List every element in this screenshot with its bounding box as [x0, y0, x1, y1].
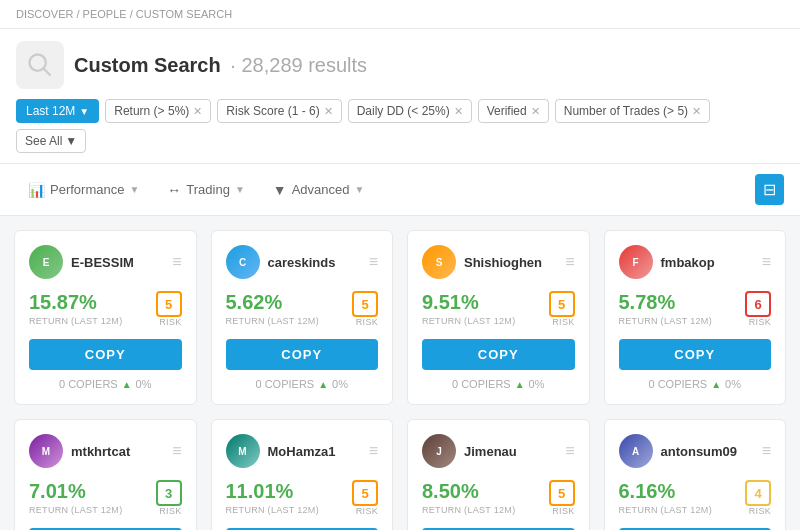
- copiers-up-icon: ▲: [318, 379, 328, 390]
- page-title: Custom Search: [74, 54, 221, 76]
- copiers-count: 0 COPIERS ▲ 0%: [422, 378, 575, 390]
- toolbar-tabs: 📊 Performance ▼ ↔ Trading ▼ ▼ Advanced ▼: [16, 176, 376, 204]
- last-12m-label: Last 12M: [26, 104, 75, 118]
- risk-box: 5: [156, 291, 182, 317]
- last-12m-filter[interactable]: Last 12M ▼: [16, 99, 99, 123]
- avatar: E: [29, 245, 63, 279]
- menu-dots-icon[interactable]: ≡: [369, 442, 378, 460]
- copy-button[interactable]: COPY: [422, 339, 575, 370]
- remove-verified-filter-icon[interactable]: ✕: [531, 105, 540, 118]
- tab-advanced[interactable]: ▼ Advanced ▼: [261, 176, 377, 204]
- performance-icon: 📊: [28, 182, 45, 198]
- return-value: 6.16%: [619, 480, 712, 503]
- menu-dots-icon[interactable]: ≡: [369, 253, 378, 271]
- avatar: M: [226, 434, 260, 468]
- return-label: RETURN (LAST 12M): [226, 316, 319, 326]
- menu-dots-icon[interactable]: ≡: [762, 442, 771, 460]
- menu-dots-icon[interactable]: ≡: [565, 442, 574, 460]
- return-value: 11.01%: [226, 480, 319, 503]
- trading-icon: ↔: [167, 182, 181, 198]
- avatar: S: [422, 245, 456, 279]
- trader-card: M mtkhrtcat ≡ 7.01% RETURN (LAST 12M) 3 …: [14, 419, 197, 530]
- tab-performance[interactable]: 📊 Performance ▼: [16, 176, 151, 204]
- return-label: RETURN (LAST 12M): [619, 505, 712, 515]
- menu-dots-icon[interactable]: ≡: [172, 253, 181, 271]
- menu-dots-icon[interactable]: ≡: [565, 253, 574, 271]
- remove-daily-dd-filter-icon[interactable]: ✕: [454, 105, 463, 118]
- avatar: M: [29, 434, 63, 468]
- daily-dd-filter-tag[interactable]: Daily DD (< 25%) ✕: [348, 99, 472, 123]
- risk-label: RISK: [745, 506, 771, 516]
- trader-name: fmbakop: [661, 255, 754, 270]
- trader-card: A antonsum09 ≡ 6.16% RETURN (LAST 12M) 4…: [604, 419, 787, 530]
- copiers-up-icon: ▲: [122, 379, 132, 390]
- avatar: F: [619, 245, 653, 279]
- trader-name: MoHamza1: [268, 444, 361, 459]
- return-label: RETURN (LAST 12M): [29, 316, 122, 326]
- remove-return-filter-icon[interactable]: ✕: [193, 105, 202, 118]
- return-label: RETURN (LAST 12M): [619, 316, 712, 326]
- tab-trading[interactable]: ↔ Trading ▼: [155, 176, 257, 204]
- return-label: RETURN (LAST 12M): [422, 316, 515, 326]
- remove-risk-filter-icon[interactable]: ✕: [324, 105, 333, 118]
- return-label: RETURN (LAST 12M): [29, 505, 122, 515]
- filter-bar: Last 12M ▼ Return (> 5%) ✕ Risk Score (1…: [16, 99, 784, 163]
- return-value: 8.50%: [422, 480, 515, 503]
- trader-name: antonsum09: [661, 444, 754, 459]
- see-all-button[interactable]: See All ▼: [16, 129, 86, 153]
- risk-box: 5: [549, 480, 575, 506]
- toolbar: 📊 Performance ▼ ↔ Trading ▼ ▼ Advanced ▼…: [0, 164, 800, 216]
- search-icon-box: [16, 41, 64, 89]
- trader-card: S Shishioghen ≡ 9.51% RETURN (LAST 12M) …: [407, 230, 590, 405]
- trader-card: F fmbakop ≡ 5.78% RETURN (LAST 12M) 6 RI…: [604, 230, 787, 405]
- risk-box: 3: [156, 480, 182, 506]
- copy-button[interactable]: COPY: [226, 339, 379, 370]
- avatar: J: [422, 434, 456, 468]
- trading-arrow-icon: ▼: [235, 184, 245, 195]
- breadcrumb: DISCOVER / PEOPLE / CUSTOM SEARCH: [0, 0, 800, 29]
- advanced-icon: ▼: [273, 182, 287, 198]
- trader-name: Jimenau: [464, 444, 557, 459]
- return-value: 15.87%: [29, 291, 122, 314]
- menu-dots-icon[interactable]: ≡: [762, 253, 771, 271]
- menu-dots-icon[interactable]: ≡: [172, 442, 181, 460]
- grid-icon: ⊟: [763, 181, 776, 198]
- risk-label: RISK: [549, 506, 575, 516]
- trader-card: J Jimenau ≡ 8.50% RETURN (LAST 12M) 5 RI…: [407, 419, 590, 530]
- copiers-count: 0 COPIERS ▲ 0%: [619, 378, 772, 390]
- performance-arrow-icon: ▼: [129, 184, 139, 195]
- risk-label: RISK: [352, 317, 378, 327]
- copy-button[interactable]: COPY: [29, 339, 182, 370]
- copy-button[interactable]: COPY: [619, 339, 772, 370]
- risk-label: RISK: [549, 317, 575, 327]
- avatar: A: [619, 434, 653, 468]
- svg-line-1: [44, 69, 51, 76]
- risk-label: RISK: [156, 317, 182, 327]
- return-filter-tag[interactable]: Return (> 5%) ✕: [105, 99, 211, 123]
- risk-box: 6: [745, 291, 771, 317]
- advanced-arrow-icon: ▼: [355, 184, 365, 195]
- risk-score-filter-tag[interactable]: Risk Score (1 - 6) ✕: [217, 99, 341, 123]
- trader-name: E-BESSIM: [71, 255, 164, 270]
- risk-label: RISK: [745, 317, 771, 327]
- return-value: 9.51%: [422, 291, 515, 314]
- remove-num-trades-filter-icon[interactable]: ✕: [692, 105, 701, 118]
- traders-grid: E E-BESSIM ≡ 15.87% RETURN (LAST 12M) 5 …: [0, 216, 800, 530]
- trader-name: Shishioghen: [464, 255, 557, 270]
- verified-filter-tag[interactable]: Verified ✕: [478, 99, 549, 123]
- return-label: RETURN (LAST 12M): [422, 505, 515, 515]
- trader-card: C careskinds ≡ 5.62% RETURN (LAST 12M) 5…: [211, 230, 394, 405]
- grid-view-button[interactable]: ⊟: [755, 174, 784, 205]
- return-value: 7.01%: [29, 480, 122, 503]
- num-trades-filter-tag[interactable]: Number of Trades (> 5) ✕: [555, 99, 710, 123]
- return-value: 5.78%: [619, 291, 712, 314]
- copiers-count: 0 COPIERS ▲ 0%: [226, 378, 379, 390]
- trader-card: E E-BESSIM ≡ 15.87% RETURN (LAST 12M) 5 …: [14, 230, 197, 405]
- trader-name: mtkhrtcat: [71, 444, 164, 459]
- risk-box: 4: [745, 480, 771, 506]
- risk-label: RISK: [352, 506, 378, 516]
- risk-box: 5: [352, 480, 378, 506]
- return-label: RETURN (LAST 12M): [226, 505, 319, 515]
- return-value: 5.62%: [226, 291, 319, 314]
- results-count: · 28,289 results: [230, 54, 367, 76]
